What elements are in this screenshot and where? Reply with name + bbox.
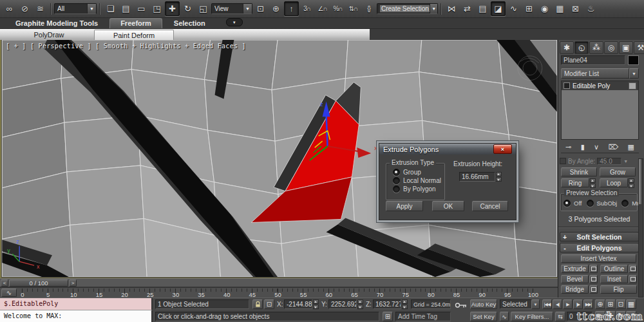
select-and-link-icon[interactable]: ∞ <box>2 1 17 16</box>
maxscript-listener-line2[interactable]: Welcome to MAX: <box>0 310 153 322</box>
edit-named-selection-sets-icon[interactable]: {} <box>361 1 376 16</box>
settings-box-button[interactable] <box>589 285 598 294</box>
stack-item-editable-poly[interactable]: Editable Poly <box>562 81 638 90</box>
hierarchy-tab-icon[interactable]: ⁂ <box>589 41 603 54</box>
time-slider[interactable]: < 0 / 100 > <box>0 278 558 287</box>
ring-button[interactable]: Ring <box>561 178 589 187</box>
z-spinner[interactable] <box>402 299 408 309</box>
key-filters-button[interactable]: Key Filters... <box>511 312 553 321</box>
extrusion-type-radio[interactable]: By Polygon <box>393 185 441 193</box>
track-bar[interactable]: ∿ 05101520253035404550556065707580859095… <box>0 287 558 298</box>
tab-graphite-modeling-tools[interactable]: Graphite Modeling Tools <box>5 19 108 28</box>
window-crossing-icon[interactable]: ◳ <box>149 1 164 16</box>
x-coordinate-field[interactable]: -2144.889 <box>284 299 312 309</box>
named-selection-set-dropdown[interactable]: Create Selection Se ▼ <box>377 3 438 14</box>
select-and-move-icon[interactable]: ✚ <box>165 1 180 16</box>
tab-freeform[interactable]: Freeform <box>109 18 162 28</box>
create-tab-icon[interactable]: ✱ <box>560 41 574 54</box>
previous-frame-button[interactable]: ◀| <box>553 299 562 309</box>
z-coordinate-field[interactable]: 1632.727m <box>373 299 401 309</box>
preview-selection-radio[interactable]: SubObj <box>587 199 618 207</box>
x-spinner[interactable] <box>313 299 319 309</box>
Flip[interactable]: Flip <box>600 285 637 294</box>
percent-snap-icon[interactable]: %∩ <box>330 1 345 16</box>
preview-selection-radio[interactable]: Multi <box>621 199 640 207</box>
key-set-selector-dropdown[interactable]: Selected ▼ <box>500 299 540 309</box>
use-pivot-point-center-icon[interactable]: ⊡ <box>253 1 268 16</box>
zoom-all-icon[interactable]: ⊞ <box>605 299 616 309</box>
layer-manager-icon[interactable]: ▤ <box>475 1 490 16</box>
make-unique-icon[interactable]: ∨ <box>594 143 599 151</box>
extrusion-type-radio[interactable]: Local Normal <box>393 176 441 185</box>
Extrude[interactable]: Extrude <box>561 265 589 273</box>
key-filter-curve-icon[interactable]: ∿ <box>500 312 509 321</box>
dropdown-arrow-icon[interactable]: ▼ <box>430 4 437 14</box>
rectangular-selection-region-icon[interactable]: ▭ <box>134 1 149 16</box>
subtab-polydraw[interactable]: PolyDraw <box>12 30 86 40</box>
dropdown-arrow-icon[interactable]: ▼ <box>623 159 628 164</box>
select-by-name-icon[interactable]: ▤ <box>118 1 133 16</box>
extrusion-type-radio[interactable]: Group <box>393 168 441 176</box>
select-and-rotate-icon[interactable]: ↻ <box>180 1 195 16</box>
y-coordinate-field[interactable]: 2252.692m <box>328 299 357 309</box>
previous-frame-slider-button[interactable]: < <box>1 279 8 287</box>
dropdown-arrow-icon[interactable]: ▼ <box>531 299 540 309</box>
render-production-icon[interactable]: ♨ <box>583 1 598 16</box>
go-to-start-button[interactable]: |◀◀ <box>542 299 552 309</box>
insert-vertex-button[interactable]: Insert Vertex <box>561 254 636 263</box>
extrusion-height-spinner[interactable] <box>496 172 502 182</box>
zoom-extents-all-icon[interactable]: ▦ <box>626 299 636 309</box>
absolute-mode-toggle-icon[interactable]: ⊡ <box>264 299 274 309</box>
modifier-stack[interactable]: Editable Poly <box>561 80 639 140</box>
extrude-polygons-dialog[interactable]: Extrude Polygons × Extrusion Type Group … <box>379 143 516 220</box>
extrusion-height-field[interactable]: 16.66mm <box>459 172 495 182</box>
subtab-paint-deform[interactable]: Paint Deform <box>94 30 174 40</box>
snap-toggle-3d-icon[interactable]: 3∩ <box>299 1 314 16</box>
schematic-view-icon[interactable]: ⊞ <box>522 1 536 16</box>
preview-selection-radio[interactable]: Off <box>564 199 582 207</box>
loop-button[interactable]: Loop <box>600 178 628 187</box>
graphite-ribbon-toggle-icon[interactable]: ◪ <box>491 1 506 16</box>
ok-button[interactable]: OK <box>432 201 464 211</box>
display-tab-icon[interactable]: ▣ <box>619 41 633 54</box>
next-frame-button[interactable]: |▶ <box>573 299 583 309</box>
remove-modifier-icon[interactable]: ⌦ <box>608 143 618 151</box>
viewport-label[interactable]: [ + ] [ Perspective ] [ Smooth + Highlig… <box>6 43 246 50</box>
settings-box-button[interactable] <box>589 275 598 283</box>
key-mode-toggle-icon[interactable]: ⇆ <box>555 312 565 321</box>
Outline[interactable]: Outline <box>600 265 628 273</box>
material-editor-icon[interactable]: ◉ <box>537 1 552 16</box>
ring-spinner[interactable] <box>590 178 596 187</box>
settings-box-button[interactable] <box>629 275 637 283</box>
modify-tab-icon[interactable]: ◵ <box>574 41 589 54</box>
configure-modifier-sets-icon[interactable]: ▦ <box>627 143 634 151</box>
align-icon[interactable]: ⇄ <box>460 1 475 16</box>
dialog-title-bar[interactable]: Extrude Polygons × <box>379 144 516 155</box>
dropdown-arrow-icon[interactable]: ▼ <box>243 4 252 14</box>
unlink-selection-icon[interactable]: ⊘ <box>17 1 32 16</box>
by-angle-checkbox[interactable] <box>560 158 566 164</box>
y-spinner[interactable] <box>357 299 363 309</box>
settings-box-button[interactable] <box>629 265 637 273</box>
stack-item-toggle[interactable] <box>629 82 636 90</box>
render-setup-icon[interactable]: ▦ <box>553 1 567 16</box>
dropdown-arrow-icon[interactable]: ▼ <box>87 4 96 14</box>
reference-coordinate-dropdown[interactable]: View ▼ <box>211 3 252 14</box>
panel-scrollbar[interactable] <box>638 158 643 298</box>
Inset[interactable]: Inset <box>600 275 628 283</box>
object-color-swatch[interactable] <box>628 55 639 65</box>
close-icon[interactable]: × <box>493 144 512 154</box>
select-and-manipulate-icon[interactable]: ⊕ <box>269 1 283 16</box>
scrollbar-thumb[interactable] <box>639 159 641 204</box>
go-to-end-button[interactable]: ▶▶| <box>583 299 593 309</box>
modifier-list-dropdown[interactable]: Modifier List ▼ <box>561 68 639 79</box>
tab-selection[interactable]: Selection <box>164 19 216 28</box>
time-slider-handle[interactable]: 0 / 100 <box>9 279 68 287</box>
add-time-tag-field[interactable]: Add Time Tag <box>395 312 451 321</box>
next-frame-slider-button[interactable]: > <box>69 279 77 287</box>
motion-tab-icon[interactable]: ◎ <box>604 41 618 54</box>
object-name-field[interactable]: Plane04 <box>561 55 625 65</box>
grow-button[interactable]: Grow <box>600 167 636 176</box>
mirror-icon[interactable]: ⋈ <box>444 1 459 16</box>
keyboard-shortcut-override-icon[interactable]: ↑ <box>284 1 299 16</box>
